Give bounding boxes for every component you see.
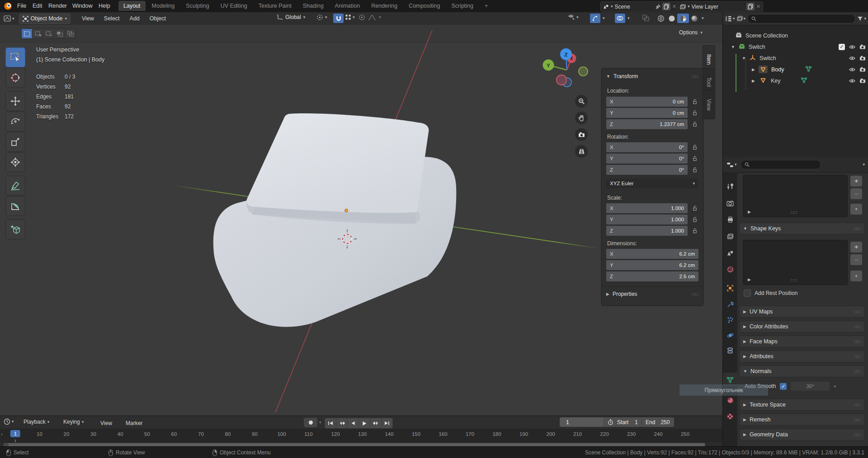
gizmo-dropdown[interactable]: ▾: [603, 16, 605, 20]
panel-grip[interactable]: ∷∷: [854, 369, 861, 374]
pan-view-button[interactable]: [575, 112, 588, 124]
zoom-view-button[interactable]: [575, 95, 588, 107]
current-frame-badge[interactable]: 1: [10, 430, 20, 437]
menu-select[interactable]: Select: [99, 15, 125, 22]
pin-icon[interactable]: [655, 4, 660, 9]
transform-panel-header[interactable]: ▼ Transform ∷∷: [606, 73, 698, 79]
shape-key-specials-button[interactable]: ▾: [850, 271, 862, 281]
face-maps-panel-header[interactable]: ▶Face Maps∷∷: [739, 336, 865, 347]
camera-icon[interactable]: [859, 78, 866, 83]
workspace-tab-layout[interactable]: Layout: [118, 1, 146, 11]
expand-arrow[interactable]: ▼: [742, 56, 746, 61]
tab-render[interactable]: [723, 196, 737, 210]
lock-icon[interactable]: [691, 143, 698, 152]
dimension-x-field[interactable]: X6.2 cm: [606, 249, 698, 259]
tool-measure[interactable]: [5, 196, 25, 216]
view-layer-selector[interactable]: ▾ View Layer ✕: [677, 1, 763, 12]
remesh-panel-header[interactable]: ▶Remesh∷∷: [739, 414, 865, 425]
xray-toggle[interactable]: [642, 14, 650, 23]
viewport-3d[interactable]: Options ▾: [0, 25, 722, 416]
location-x-field[interactable]: X0 cm: [606, 97, 688, 107]
menu-window[interactable]: Window: [68, 0, 97, 11]
marker-menu[interactable]: Marker: [126, 419, 142, 427]
lock-icon[interactable]: [691, 165, 698, 174]
animate-property-dot[interactable]: •: [834, 383, 836, 390]
location-y-field[interactable]: Y0 cm: [606, 108, 688, 118]
workspace-tab-shading[interactable]: Shading: [298, 1, 329, 11]
eye-icon[interactable]: [849, 79, 855, 83]
rotation-y-field[interactable]: Y0°: [606, 154, 688, 164]
texture-space-panel-header[interactable]: ▶Texture Space∷∷: [739, 399, 865, 411]
transform-orientation-dropdown[interactable]: Global ▾: [277, 14, 305, 20]
copy-view-layer-icon[interactable]: [746, 3, 755, 10]
rotation-mode-dropdown[interactable]: XYZ Euler▾: [606, 178, 698, 188]
outliner-search[interactable]: [747, 14, 855, 23]
panel-grip[interactable]: ∷∷: [854, 417, 861, 422]
proportional-editing-controls[interactable]: ▾: [359, 14, 381, 21]
dimension-y-field[interactable]: Y6.2 cm: [606, 260, 698, 270]
panel-grip[interactable]: ∷∷: [692, 292, 698, 297]
jump-to-start-button[interactable]: [325, 418, 336, 428]
menu-render[interactable]: Render: [44, 0, 71, 11]
tab-physics[interactable]: [723, 328, 737, 342]
playhead-line[interactable]: [15, 439, 16, 442]
workspace-tab-compositing[interactable]: Compositing: [404, 1, 445, 11]
timeline-ruler[interactable]: 1 10 20 30 40 50 60 70 80 90 100 110 120…: [0, 429, 722, 442]
timeline-editor-selector[interactable]: ▾: [4, 418, 14, 425]
add-item-button[interactable]: ＋: [850, 176, 862, 187]
workspace-tab-sculpting[interactable]: Sculpting: [181, 1, 214, 11]
play-button[interactable]: [359, 418, 370, 428]
blender-logo-icon[interactable]: [4, 2, 12, 12]
expand-arrow[interactable]: ▶: [748, 210, 751, 214]
auto-smooth-checkbox[interactable]: ✓: [780, 383, 787, 390]
tool-cursor[interactable]: [5, 68, 25, 88]
tab-particles[interactable]: [723, 313, 737, 327]
shading-wireframe-button[interactable]: [656, 14, 666, 23]
scale-x-field[interactable]: X1.000: [606, 203, 688, 213]
panel-grip[interactable]: ∷∷: [854, 354, 861, 359]
location-z-field[interactable]: Z1.2377 cm: [606, 119, 688, 129]
camera-view-button[interactable]: [575, 128, 588, 141]
tab-texture[interactable]: [723, 410, 737, 423]
mode-dropdown[interactable]: Object Mode ▾: [19, 14, 71, 24]
menu-object[interactable]: Object: [145, 15, 171, 22]
rotation-x-field[interactable]: X0°: [606, 142, 688, 152]
auto-keying-button[interactable]: [304, 418, 317, 427]
panel-grip[interactable]: ∷∷: [854, 402, 861, 407]
pivot-point-dropdown[interactable]: ▾: [316, 14, 327, 21]
properties-editor-selector[interactable]: ▾: [726, 162, 737, 168]
panel-grip[interactable]: ∷∷: [854, 339, 861, 344]
dimension-z-field[interactable]: Z2.5 cm: [606, 271, 698, 281]
keying-set-dropdown[interactable]: ▾: [319, 421, 321, 425]
tab-constraints[interactable]: [723, 344, 737, 357]
overlays-dropdown[interactable]: ▾: [627, 16, 630, 20]
uv-maps-panel-header[interactable]: ▶UV Maps∷∷: [739, 306, 865, 318]
tool-annotate[interactable]: [5, 176, 25, 196]
add-shape-key-button[interactable]: ＋: [850, 242, 862, 252]
menu-help[interactable]: Help: [94, 0, 115, 11]
outliner-row-switch-empty[interactable]: ▼ Switch: [723, 53, 868, 63]
close-scene-icon[interactable]: ✕: [672, 4, 676, 9]
editor-type-selector[interactable]: ▾: [4, 15, 14, 22]
scene-selector[interactable]: ▾ Scene ✕: [600, 1, 679, 12]
eye-icon[interactable]: [849, 67, 855, 72]
lock-icon[interactable]: [691, 108, 698, 117]
camera-icon[interactable]: [859, 44, 866, 49]
rotation-z-field[interactable]: Z0°: [606, 165, 688, 175]
workspace-tab-uv-editing[interactable]: UV Editing: [216, 1, 252, 11]
playback-menu[interactable]: Playback▾: [24, 419, 49, 425]
workspace-tab-modeling[interactable]: Modeling: [147, 1, 180, 11]
remove-shape-key-button[interactable]: −: [850, 254, 862, 265]
list-grip[interactable]: ∷∷: [791, 210, 797, 215]
normals-panel-header[interactable]: ▼Normals∷∷: [739, 365, 865, 377]
tab-tool[interactable]: [723, 179, 737, 193]
outliner-editor-selector[interactable]: ▾: [725, 16, 735, 22]
outliner-display-mode[interactable]: ▾: [737, 16, 746, 21]
workspace-tab-add[interactable]: +: [480, 1, 493, 11]
lock-icon[interactable]: [691, 215, 698, 224]
tab-world[interactable]: [723, 262, 737, 276]
prev-keyframe-button[interactable]: [336, 418, 348, 428]
jump-to-end-button[interactable]: [382, 418, 392, 428]
outliner-row-switch-collection[interactable]: ▼ Switch ✓: [723, 42, 868, 52]
vertex-groups-list[interactable]: ▶ ∷∷: [743, 175, 848, 217]
